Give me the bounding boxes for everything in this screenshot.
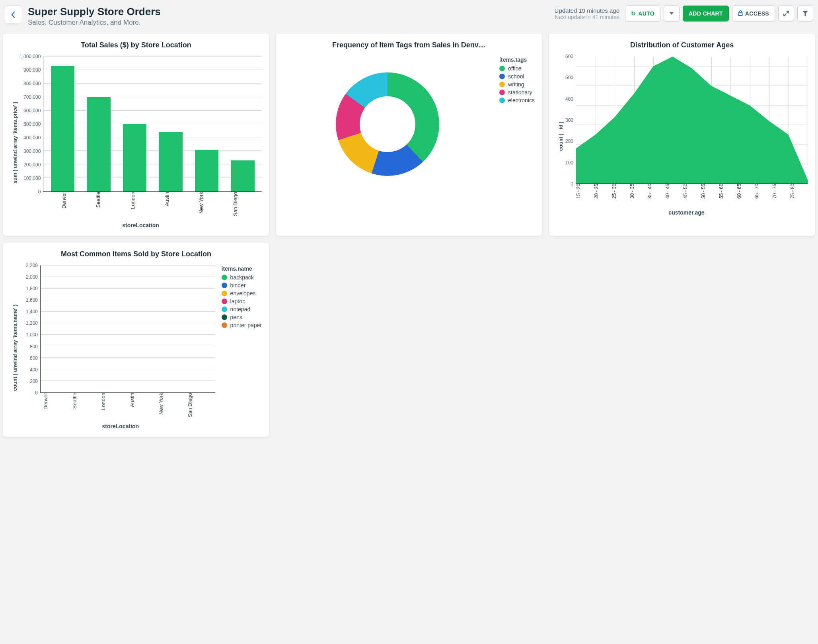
y-axis-label: count ( unwind array 'items.name' ): [10, 265, 19, 429]
legend-swatch: [499, 82, 505, 87]
legend-swatch: [499, 90, 505, 95]
legend-item: stationary: [499, 89, 535, 96]
chart-title: Frequency of Item Tags from Sales in Den…: [283, 41, 535, 49]
bar: [195, 150, 219, 191]
chevron-down-icon: [670, 12, 674, 15]
fullscreen-button[interactable]: [778, 6, 794, 21]
legend-label: laptop: [230, 298, 245, 304]
legend-item: backpack: [222, 274, 262, 281]
legend-label: electronics: [508, 97, 535, 103]
legend-item: electronics: [499, 97, 535, 103]
legend-swatch: [222, 275, 227, 280]
legend-item: school: [499, 73, 535, 80]
bar: [51, 66, 75, 191]
chart-card-age-dist[interactable]: Distribution of Customer Ages count ( _i…: [549, 34, 815, 236]
refresh-icon: [631, 10, 636, 17]
filter-icon: [802, 11, 808, 16]
legend-label: notepad: [230, 306, 251, 312]
legend-label: writing: [508, 81, 524, 88]
bar: [87, 97, 111, 191]
legend-item: writing: [499, 81, 535, 88]
expand-icon: [783, 10, 789, 17]
chart-card-item-tags[interactable]: Frequency of Item Tags from Sales in Den…: [276, 34, 542, 236]
legend-title: items.tags: [499, 57, 535, 63]
donut-chart: [336, 72, 439, 176]
legend-swatch: [499, 74, 505, 79]
y-axis-ticks: 0100,000200,000300,000400,000500,000600,…: [19, 57, 43, 192]
add-chart-button[interactable]: ADD CHART: [683, 6, 729, 21]
access-label: ACCESS: [745, 10, 769, 17]
back-button[interactable]: [4, 6, 22, 24]
chart-card-total-sales[interactable]: Total Sales ($) by Store Location sum ( …: [3, 34, 269, 236]
page-subtitle: Sales, Customer Analytics, and More.: [28, 19, 549, 27]
page-title: Super Supply Store Orders: [28, 6, 549, 18]
legend-label: printer paper: [230, 322, 262, 328]
chart-title: Most Common Items Sold by Store Location: [10, 250, 262, 258]
y-axis-label: count ( _id ): [556, 57, 565, 216]
lock-icon: [738, 10, 743, 17]
legend-item: printer paper: [222, 322, 262, 328]
legend-item: pens: [222, 314, 262, 320]
access-button[interactable]: ACCESS: [732, 6, 775, 21]
chart-card-common-items[interactable]: Most Common Items Sold by Store Location…: [3, 243, 269, 437]
legend-item: binder: [222, 282, 262, 289]
legend-swatch: [222, 283, 227, 288]
legend-label: envelopes: [230, 290, 256, 297]
legend: items.name backpackbinderenvelopeslaptop…: [222, 265, 262, 429]
chevron-left-icon: [10, 11, 16, 18]
filter-button[interactable]: [797, 6, 813, 21]
legend-label: backpack: [230, 274, 254, 281]
y-axis-label: sum ( unwind array 'items.price' ): [10, 57, 19, 228]
legend-swatch: [222, 299, 227, 304]
legend-swatch: [222, 314, 227, 320]
x-axis-label: storeLocation: [19, 222, 262, 228]
bar: [159, 132, 183, 191]
legend-label: office: [508, 65, 521, 72]
legend-item: notepad: [222, 306, 262, 312]
grouped-bar-plot: [40, 265, 215, 393]
legend-swatch: [499, 98, 505, 103]
chart-title: Total Sales ($) by Store Location: [10, 41, 262, 49]
legend-swatch: [222, 322, 227, 328]
bar: [123, 124, 147, 192]
y-axis-ticks: 02004006008001,0001,2001,4001,6001,8002,…: [26, 265, 40, 393]
bar: [231, 160, 255, 191]
y-axis-ticks: 0100200300400500600: [565, 57, 576, 184]
legend: items.tags officeschoolwritingstationary…: [499, 57, 535, 105]
legend-label: school: [508, 73, 524, 80]
next-update: Next update in 41 minutes: [555, 14, 619, 20]
page-header: Super Supply Store Orders Sales, Custome…: [0, 0, 818, 34]
legend-item: office: [499, 65, 535, 72]
legend-swatch: [222, 291, 227, 296]
x-axis-label: storeLocation: [26, 423, 215, 429]
legend-swatch: [222, 306, 227, 312]
legend-title: items.name: [222, 265, 262, 272]
legend-item: envelopes: [222, 290, 262, 297]
update-info: Updated 19 minutes ago Next update in 41…: [555, 7, 619, 20]
chart-title: Distribution of Customer Ages: [556, 41, 808, 49]
legend-label: pens: [230, 314, 242, 320]
x-axis-ticks: 15 - 2020 - 2525 - 3030 - 3535 - 4040 - …: [576, 184, 808, 208]
area-plot: [576, 57, 808, 184]
legend-label: stationary: [508, 89, 532, 96]
legend-item: laptop: [222, 298, 262, 304]
add-chart-label: ADD CHART: [689, 10, 723, 17]
legend-swatch: [499, 66, 505, 71]
auto-label: AUTO: [638, 10, 654, 17]
x-axis-ticks: DenverSeattleLondonAustinNew YorkSan Die…: [40, 393, 215, 422]
x-axis-ticks: DenverSeattleLondonAustinNew YorkSan Die…: [54, 192, 262, 221]
auto-refresh-dropdown[interactable]: [664, 6, 680, 21]
x-axis-label: customer.age: [565, 209, 808, 216]
last-updated: Updated 19 minutes ago: [555, 7, 619, 14]
bar-plot: [43, 57, 262, 192]
auto-refresh-button[interactable]: AUTO: [625, 6, 660, 21]
legend-label: binder: [230, 282, 246, 289]
